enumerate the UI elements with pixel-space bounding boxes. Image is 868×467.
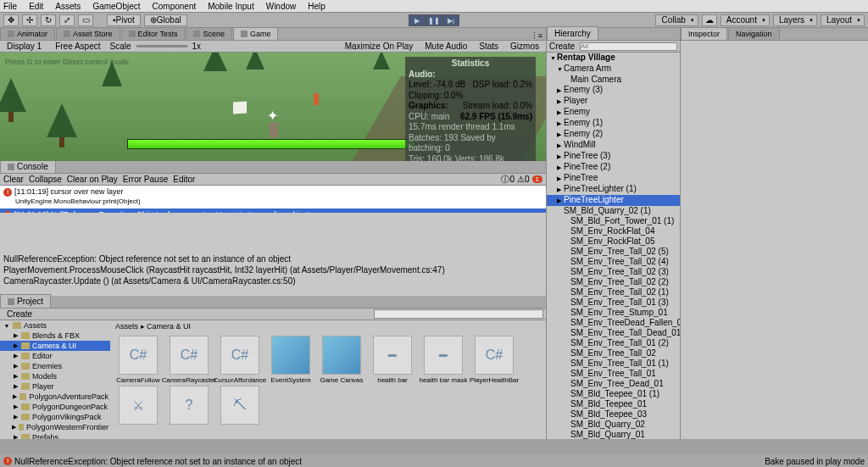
hierarchy-item[interactable]: SM_Env_RockFlat_05 xyxy=(547,236,680,247)
tab-project[interactable]: Project xyxy=(0,294,51,308)
folder-player[interactable]: ▶Player xyxy=(0,381,110,392)
hierarchy-item[interactable]: SM_Env_Tree_Tall_01 xyxy=(547,369,680,379)
mute-audio[interactable]: Mute Audio xyxy=(420,42,471,51)
hierarchy-create[interactable]: Create xyxy=(549,42,575,51)
hierarchy-item[interactable]: SM_Env_Tree_Tall_02 (2) xyxy=(547,277,680,287)
pause-button[interactable]: ❚❚ xyxy=(426,14,442,26)
gizmos[interactable]: Gizmos xyxy=(506,42,543,51)
menu-window[interactable]: Window xyxy=(266,2,297,11)
hierarchy-item[interactable]: ▶PineTree (3) xyxy=(547,151,680,162)
cloud-icon[interactable]: ☁ xyxy=(702,14,717,26)
hierarchy-item[interactable]: ▼Camera Arm xyxy=(547,64,680,75)
console-collapse[interactable]: Collapse xyxy=(29,175,62,184)
pivot-toggle[interactable]: ▪ Pivot xyxy=(107,14,141,26)
hierarchy-item[interactable]: ▶Enemy (1) xyxy=(547,118,680,129)
folder-prefabs[interactable]: ▶Prefabs xyxy=(0,432,110,439)
scale-tool[interactable]: ⤢ xyxy=(59,14,75,26)
tab-scene[interactable]: Scene xyxy=(186,27,232,40)
hierarchy-item[interactable]: SM_Env_Tree_Tall_01 (1) xyxy=(547,359,680,369)
asset-quest[interactable]: ? xyxy=(164,386,214,426)
asset-health bar mask[interactable]: ━health bar mask xyxy=(419,336,468,384)
hierarchy-item[interactable]: SM_Env_Tree_Tall_Dead_01 xyxy=(547,328,680,338)
create-dropdown[interactable]: Create xyxy=(3,309,36,319)
hierarchy-search[interactable] xyxy=(580,42,677,51)
info-count[interactable]: ⓘ0 xyxy=(501,174,515,186)
hierarchy-item[interactable]: SM_Env_Tree_Stump_01 xyxy=(547,308,680,318)
hierarchy-item[interactable]: ▶PineTree (2) xyxy=(547,162,680,173)
hierarchy-item[interactable]: SM_Env_Tree_Tall_02 xyxy=(547,348,680,359)
asset-EventSystem[interactable]: EventSystem xyxy=(266,336,315,384)
asset-CameraFollow[interactable]: C#CameraFollow xyxy=(114,336,163,384)
tab-editor-tests[interactable]: Editor Tests xyxy=(121,27,186,40)
console-clear-on-play[interactable]: Clear on Play xyxy=(67,175,118,184)
rect-tool[interactable]: ▭ xyxy=(78,14,93,26)
hierarchy-item[interactable]: ▶Player xyxy=(547,96,680,107)
hierarchy-item[interactable]: ▶WindMill xyxy=(547,140,680,151)
tab-navigation[interactable]: Navigation xyxy=(728,27,780,40)
hierarchy-item[interactable]: SM_Env_TreeDead_Fallen_01 xyxy=(547,318,680,328)
menu-edit[interactable]: Edit xyxy=(29,2,43,11)
hierarchy-item[interactable]: SM_Env_Tree_Dead_01 xyxy=(547,379,680,389)
hierarchy-item[interactable]: ▶Enemy (2) xyxy=(547,129,680,140)
warn-count[interactable]: ⚠0 xyxy=(517,175,530,184)
layers-dropdown[interactable]: Layers xyxy=(773,14,817,26)
scale-slider[interactable] xyxy=(136,45,187,47)
hierarchy-item[interactable]: SM_Env_Tree_Tall_02 (5) xyxy=(547,247,680,257)
project-search[interactable] xyxy=(374,309,543,319)
tab-console[interactable]: Console xyxy=(0,159,56,173)
folder-blends---fbx[interactable]: ▶Blends & FBX xyxy=(0,331,110,341)
asset-sword[interactable]: ⚔ xyxy=(114,386,163,426)
hierarchy-item[interactable]: SM_Bld_Quarry_02 (1) xyxy=(547,206,680,216)
menu-file[interactable]: File xyxy=(3,2,17,11)
folder-camera---ui[interactable]: ▶Camera & UI xyxy=(0,341,110,351)
hierarchy-item[interactable]: SM_Env_Tree_Tall_02 (1) xyxy=(547,287,680,297)
hierarchy-item[interactable]: SM_Bld_Quarry_01 xyxy=(547,430,680,439)
game-view[interactable]: Press G to enter Direct control mode ✦ S… xyxy=(0,53,546,161)
hierarchy-item[interactable]: SM_Env_Tree_Tall_02 (4) xyxy=(547,257,680,267)
folder-polygondungeonpack[interactable]: ▶PolygonDungeonPack xyxy=(0,402,110,412)
hierarchy-item[interactable]: ▶PineTreeLighter (1) xyxy=(547,184,680,195)
move-tool[interactable]: ✢ xyxy=(22,14,37,26)
asset-CameraRaycaster[interactable]: C#CameraRaycaster xyxy=(164,336,214,384)
menu-gameobject[interactable]: GameObject xyxy=(92,2,140,11)
hierarchy-item[interactable]: ▶Enemy (3) xyxy=(547,85,680,96)
breadcrumb[interactable]: Assets ▸ Camera & UI xyxy=(110,320,546,332)
aspect-dropdown[interactable]: Free Aspect xyxy=(51,42,104,51)
hierarchy-item[interactable]: SM_Env_Tree_Tall_01 (2) xyxy=(547,338,680,348)
tab-animator[interactable]: Animator xyxy=(0,27,55,40)
console-error-pause[interactable]: Error Pause xyxy=(123,175,168,184)
bottom-error-text[interactable]: NullReferenceException: Object reference… xyxy=(14,457,302,466)
global-toggle[interactable]: ⊕ Global xyxy=(144,14,187,26)
menu-component[interactable]: Component xyxy=(153,2,197,11)
asset-CursorAffordance[interactable]: C#CursorAffordance xyxy=(215,336,264,384)
hierarchy-item[interactable]: SM_Bld_Teepee_01 xyxy=(547,399,680,409)
folder-polygonwesternfrontier[interactable]: ▶PolygonWesternFrontier xyxy=(0,422,110,432)
folder-models[interactable]: ▶Models xyxy=(0,371,110,381)
hierarchy-item[interactable]: SM_Bld_Teepee_03 xyxy=(547,409,680,420)
hierarchy-item[interactable]: SM_Bld_Teepee_01 (1) xyxy=(547,389,680,399)
hierarchy-item[interactable]: SM_Env_Tree_Tall_01 (3) xyxy=(547,297,680,308)
console-clear[interactable]: Clear xyxy=(3,175,24,184)
play-button[interactable]: ▶ xyxy=(409,14,426,26)
hierarchy-item[interactable]: SM_Bld_Fort_Tower_01 (1) xyxy=(547,216,680,226)
hierarchy-item[interactable]: Main Camera xyxy=(547,75,680,85)
folder-assets[interactable]: ▼Assets xyxy=(0,320,110,331)
hierarchy-item[interactable]: SM_Env_RockFlat_04 xyxy=(547,226,680,236)
folder-polygonvikingspack[interactable]: ▶PolygonVikingsPack xyxy=(0,412,110,422)
asset-health bar[interactable]: ━health bar xyxy=(368,336,417,384)
rotate-tool[interactable]: ↻ xyxy=(41,14,56,26)
folder-enemies[interactable]: ▶Enemies xyxy=(0,361,110,371)
error-count[interactable]: 1 xyxy=(532,175,542,183)
layout-dropdown[interactable]: Layout xyxy=(821,14,865,26)
account-dropdown[interactable]: Account xyxy=(721,14,770,26)
asset-grid[interactable]: C#CameraFollowC#CameraRaycasterC#CursorA… xyxy=(110,332,546,439)
folder-tree[interactable]: ▼Assets▶Blends & FBX▶Camera & UI▶Editor▶… xyxy=(0,320,110,439)
step-button[interactable]: ▶| xyxy=(442,14,459,26)
menu-mobile input[interactable]: Mobile Input xyxy=(208,2,253,11)
asset-PlayerHealthBar[interactable]: C#PlayerHealthBar xyxy=(470,336,519,384)
collab-dropdown[interactable]: Collab xyxy=(655,14,698,26)
console-message-list[interactable]: ![11:01:19] cursor over new layerUnityEn… xyxy=(0,186,546,213)
stats[interactable]: Stats xyxy=(475,42,503,51)
maximize-on-play[interactable]: Maximize On Play xyxy=(341,42,418,51)
tab-inspector[interactable]: Inspector xyxy=(681,27,727,40)
